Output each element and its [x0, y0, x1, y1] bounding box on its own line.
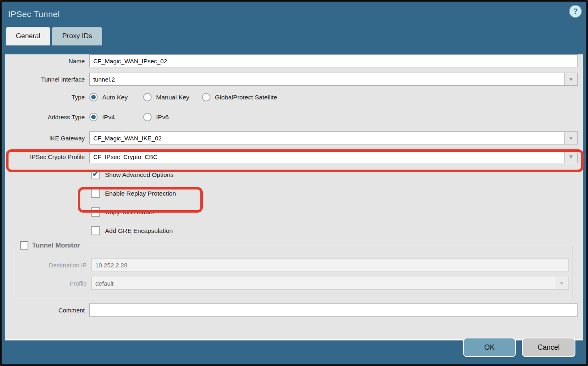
- dialog-title: IPSec Tunnel: [8, 9, 60, 19]
- tunnel-interface-value[interactable]: tunnel.2: [89, 73, 564, 86]
- comment-row: Comment: [5, 304, 578, 316]
- chevron-down-icon: ▼: [568, 153, 574, 160]
- chevron-down-icon: ▼: [559, 280, 564, 286]
- radio-icon[interactable]: [143, 93, 152, 101]
- dialog-titlebar: IPSec Tunnel ?: [2, 2, 586, 27]
- destination-ip-label: Destination IP: [14, 262, 91, 269]
- tab-proxy-ids[interactable]: Proxy IDs: [52, 27, 102, 45]
- monitor-profile-value: default: [91, 277, 555, 290]
- name-label: Name: [5, 58, 89, 65]
- copy-tos-header-checkbox[interactable]: ✔: [91, 207, 100, 217]
- address-type-label: Address Type: [5, 114, 89, 121]
- tunnel-interface-row: Tunnel Interface tunnel.2 ▼: [5, 73, 578, 86]
- monitor-profile-label: Profile: [14, 280, 91, 287]
- enable-replay-protection-row[interactable]: ✔ Enable Replay Protection: [91, 189, 578, 198]
- type-option-auto-key[interactable]: Auto Key: [89, 93, 143, 101]
- chevron-down-icon: ▼: [568, 76, 574, 82]
- comment-label: Comment: [5, 307, 89, 314]
- address-type-radio-group: IPv4 IPv6: [89, 113, 169, 121]
- address-type-option-ipv6[interactable]: IPv6: [143, 113, 169, 121]
- address-type-row: Address Type IPv4 IPv6: [5, 113, 578, 121]
- tunnel-interface-dropdown-button[interactable]: ▼: [564, 73, 578, 86]
- destination-ip-row: Destination IP 10.252.2.28: [14, 258, 569, 271]
- show-advanced-options-checkbox[interactable]: ✔: [91, 170, 100, 179]
- ike-gateway-dropdown-button[interactable]: ▼: [564, 131, 578, 144]
- monitor-profile-row: Profile default ▼: [14, 277, 569, 290]
- name-row: Name CF_Magic_WAN_IPsec_02: [5, 54, 578, 67]
- type-option-globalprotect-satellite[interactable]: GlobalProtect Satellite: [202, 93, 277, 101]
- show-advanced-options-row[interactable]: ✔ Show Advanced Options: [91, 170, 578, 179]
- ipsec-tunnel-dialog: IPSec Tunnel ? General Proxy IDs Name CF…: [0, 0, 588, 366]
- tab-general[interactable]: General: [6, 27, 50, 45]
- general-tab-panel: Name CF_Magic_WAN_IPsec_02 Tunnel Interf…: [5, 54, 583, 340]
- tunnel-monitor-checkbox[interactable]: ✔: [20, 241, 28, 250]
- tunnel-monitor-label: Tunnel Monitor: [32, 241, 80, 249]
- ike-gateway-row: IKE Gateway CF_Magic_WAN_IKE_02 ▼: [5, 131, 578, 144]
- ipsec-crypto-profile-row: IPSec Crypto Profile CF_IPsec_Crypto_CBC…: [5, 150, 578, 163]
- comment-input[interactable]: [89, 304, 578, 316]
- ike-gateway-label: IKE Gateway: [5, 135, 89, 142]
- monitor-profile-dropdown-button: ▼: [555, 277, 569, 290]
- name-input[interactable]: CF_Magic_WAN_IPsec_02: [89, 54, 578, 67]
- ipsec-crypto-profile-value[interactable]: CF_IPsec_Crypto_CBC: [89, 150, 564, 163]
- destination-ip-input: 10.252.2.28: [91, 258, 569, 271]
- enable-replay-protection-checkbox[interactable]: ✔: [91, 189, 100, 198]
- type-radio-group: Auto Key Manual Key GlobalProtect Satell…: [89, 93, 277, 101]
- type-option-manual-key[interactable]: Manual Key: [143, 93, 202, 101]
- radio-icon[interactable]: [202, 93, 210, 101]
- add-gre-encapsulation-checkbox[interactable]: ✔: [91, 226, 100, 235]
- tunnel-interface-select: tunnel.2 ▼: [89, 73, 578, 86]
- tab-bar: General Proxy IDs: [2, 27, 586, 45]
- ipsec-crypto-profile-select: CF_IPsec_Crypto_CBC ▼: [89, 150, 578, 163]
- ok-button[interactable]: OK: [463, 338, 516, 357]
- address-type-option-ipv4[interactable]: IPv4: [89, 113, 143, 121]
- tunnel-interface-label: Tunnel Interface: [5, 76, 89, 83]
- ike-gateway-select: CF_Magic_WAN_IKE_02 ▼: [89, 131, 578, 144]
- radio-icon[interactable]: [89, 113, 98, 121]
- help-icon[interactable]: ?: [570, 6, 581, 17]
- ike-gateway-value[interactable]: CF_Magic_WAN_IKE_02: [89, 131, 564, 144]
- cancel-button[interactable]: Cancel: [522, 338, 575, 357]
- type-label: Type: [5, 94, 89, 101]
- ipsec-crypto-profile-dropdown-button[interactable]: ▼: [564, 150, 578, 163]
- radio-icon[interactable]: [89, 93, 98, 101]
- radio-icon[interactable]: [143, 113, 152, 121]
- copy-tos-header-row[interactable]: ✔ Copy ToS Header: [91, 207, 578, 217]
- ipsec-crypto-profile-label: IPSec Crypto Profile: [5, 153, 89, 160]
- add-gre-encapsulation-row[interactable]: ✔ Add GRE Encapsulation: [91, 226, 578, 235]
- ipsec-form: Name CF_Magic_WAN_IPsec_02 Tunnel Interf…: [5, 54, 583, 316]
- checkmark-icon: ✔: [92, 170, 99, 178]
- monitor-profile-select: default ▼: [91, 277, 569, 290]
- chevron-down-icon: ▼: [568, 135, 574, 141]
- type-row: Type Auto Key Manual Key GlobalProtect S…: [5, 93, 578, 101]
- tunnel-monitor-fieldset: ✔ Tunnel Monitor Destination IP 10.252.2…: [14, 246, 573, 298]
- tunnel-monitor-legend: ✔ Tunnel Monitor: [17, 241, 82, 250]
